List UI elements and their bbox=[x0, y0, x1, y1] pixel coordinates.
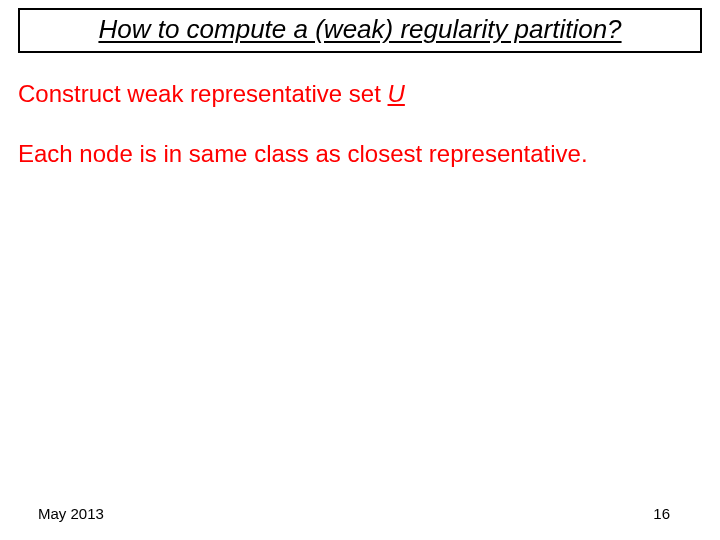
slide-title: How to compute a (weak) regularity parti… bbox=[98, 14, 621, 44]
body-line-1-text: Construct weak representative set bbox=[18, 80, 388, 107]
variable-U: U bbox=[388, 80, 405, 107]
body-line-1: Construct weak representative set U bbox=[18, 80, 405, 108]
slide-title-box: How to compute a (weak) regularity parti… bbox=[18, 8, 702, 53]
body-line-2: Each node is in same class as closest re… bbox=[18, 140, 588, 168]
footer-date: May 2013 bbox=[38, 505, 104, 522]
footer-page-number: 16 bbox=[653, 505, 670, 522]
